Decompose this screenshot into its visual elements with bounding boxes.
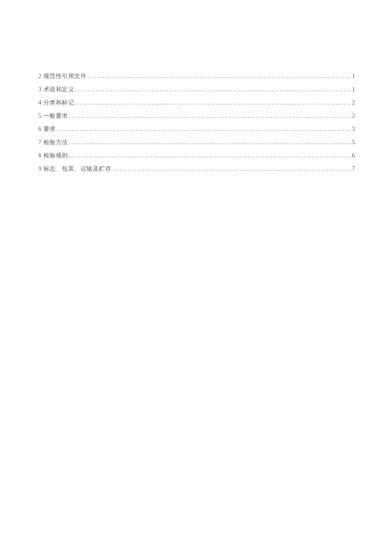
toc-page-number: 6 bbox=[352, 153, 355, 159]
toc-page-number: 1 bbox=[352, 73, 355, 79]
toc-leader bbox=[75, 100, 351, 106]
toc-entry: 8 检验规则 6 bbox=[38, 153, 355, 159]
document-page: 2 规范性引用文件 1 3 术语和定义 1 4 分类和标记 2 5 一般要求 2… bbox=[0, 0, 392, 172]
toc-page-number: 2 bbox=[352, 113, 355, 119]
toc-leader bbox=[75, 87, 351, 93]
toc-label: 3 术语和定义 bbox=[38, 87, 74, 93]
toc-leader bbox=[69, 153, 352, 159]
toc-leader bbox=[57, 126, 352, 132]
toc-page-number: 1 bbox=[352, 87, 355, 93]
toc-entry: 7 检验方法 5 bbox=[38, 139, 355, 145]
toc-page-number: 7 bbox=[352, 166, 355, 172]
toc-leader bbox=[87, 73, 351, 79]
toc-page-number: 5 bbox=[352, 139, 355, 145]
toc-entry: 3 术语和定义 1 bbox=[38, 87, 355, 93]
toc-entry: 9 标志、包装、运输及贮存 7 bbox=[38, 166, 355, 172]
toc-entry: 6 要求 3 bbox=[38, 126, 355, 132]
toc-leader bbox=[69, 139, 352, 145]
toc-entry: 2 规范性引用文件 1 bbox=[38, 73, 355, 79]
toc-label: 4 分类和标记 bbox=[38, 100, 74, 106]
table-of-contents: 2 规范性引用文件 1 3 术语和定义 1 4 分类和标记 2 5 一般要求 2… bbox=[38, 73, 355, 172]
toc-entry: 4 分类和标记 2 bbox=[38, 100, 355, 106]
toc-label: 7 检验方法 bbox=[38, 139, 68, 145]
toc-label: 9 标志、包装、运输及贮存 bbox=[38, 166, 111, 172]
toc-label: 8 检验规则 bbox=[38, 153, 68, 159]
toc-entry: 5 一般要求 2 bbox=[38, 113, 355, 119]
toc-leader bbox=[112, 166, 351, 172]
toc-label: 2 规范性引用文件 bbox=[38, 73, 86, 79]
toc-label: 5 一般要求 bbox=[38, 113, 68, 119]
toc-leader bbox=[69, 113, 352, 119]
toc-page-number: 3 bbox=[352, 126, 355, 132]
toc-label: 6 要求 bbox=[38, 126, 56, 132]
toc-page-number: 2 bbox=[352, 100, 355, 106]
